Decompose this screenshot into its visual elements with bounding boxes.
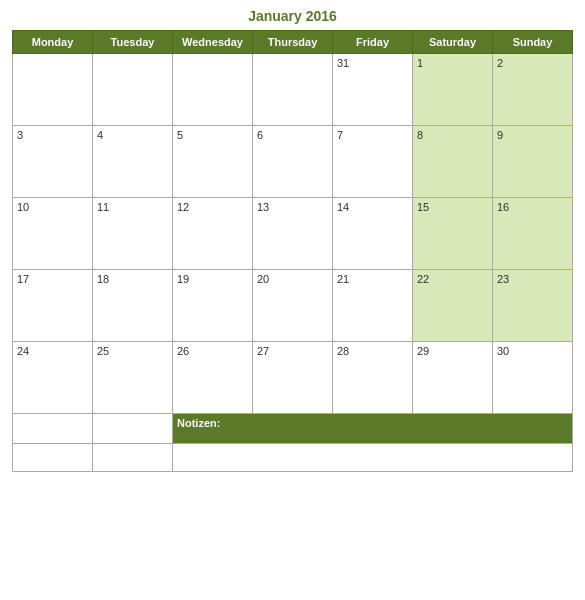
- day-number: 27: [257, 345, 269, 357]
- day-cell: 21: [333, 270, 413, 342]
- day-cell: 15: [413, 198, 493, 270]
- day-number: 7: [337, 129, 343, 141]
- day-cell: [93, 54, 173, 126]
- header-row: MondayTuesdayWednesdayThursdayFridaySatu…: [13, 31, 573, 54]
- day-number: 22: [417, 273, 429, 285]
- day-number: 16: [497, 201, 509, 213]
- day-cell: 8: [413, 126, 493, 198]
- day-number: 30: [497, 345, 509, 357]
- column-header-sunday: Sunday: [493, 31, 573, 54]
- day-cell: 30: [493, 342, 573, 414]
- day-number: 15: [417, 201, 429, 213]
- bottom-row: [13, 444, 573, 472]
- day-cell: 5: [173, 126, 253, 198]
- notes-content-cell[interactable]: [173, 444, 573, 472]
- column-header-wednesday: Wednesday: [173, 31, 253, 54]
- day-cell: [253, 54, 333, 126]
- day-cell: 26: [173, 342, 253, 414]
- day-cell: 7: [333, 126, 413, 198]
- day-number: 8: [417, 129, 423, 141]
- day-cell: 2: [493, 54, 573, 126]
- day-cell: 28: [333, 342, 413, 414]
- column-header-tuesday: Tuesday: [93, 31, 173, 54]
- day-cell: 25: [93, 342, 173, 414]
- column-header-thursday: Thursday: [253, 31, 333, 54]
- day-number: 19: [177, 273, 189, 285]
- day-cell: 31: [333, 54, 413, 126]
- bottom-empty-cell: [93, 444, 173, 472]
- day-number: 4: [97, 129, 103, 141]
- day-number: 5: [177, 129, 183, 141]
- day-cell: [173, 54, 253, 126]
- notes-empty-cell: [93, 414, 173, 444]
- week-row-2: 3456789: [13, 126, 573, 198]
- column-header-monday: Monday: [13, 31, 93, 54]
- notes-empty-cell: [13, 414, 93, 444]
- week-row-4: 17181920212223: [13, 270, 573, 342]
- day-number: 12: [177, 201, 189, 213]
- notes-label-cell: Notizen:: [173, 414, 573, 444]
- day-cell: 20: [253, 270, 333, 342]
- day-number: 14: [337, 201, 349, 213]
- day-cell: 24: [13, 342, 93, 414]
- week-row-5: 24252627282930: [13, 342, 573, 414]
- day-number: 21: [337, 273, 349, 285]
- day-cell: 23: [493, 270, 573, 342]
- day-number: 23: [497, 273, 509, 285]
- day-number: 24: [17, 345, 29, 357]
- day-cell: 1: [413, 54, 493, 126]
- calendar-table: MondayTuesdayWednesdayThursdayFridaySatu…: [12, 30, 573, 472]
- day-cell: 3: [13, 126, 93, 198]
- day-number: 29: [417, 345, 429, 357]
- day-cell: 12: [173, 198, 253, 270]
- day-number: 18: [97, 273, 109, 285]
- day-cell: 4: [93, 126, 173, 198]
- day-number: 31: [337, 57, 349, 69]
- day-cell: 14: [333, 198, 413, 270]
- calendar-wrapper: January 2016 MondayTuesdayWednesdayThurs…: [0, 0, 585, 480]
- week-row-1: 3112: [13, 54, 573, 126]
- day-cell: 13: [253, 198, 333, 270]
- day-cell: 17: [13, 270, 93, 342]
- column-header-friday: Friday: [333, 31, 413, 54]
- day-number: 20: [257, 273, 269, 285]
- day-cell: 10: [13, 198, 93, 270]
- week-row-3: 10111213141516: [13, 198, 573, 270]
- day-cell: 9: [493, 126, 573, 198]
- day-number: 13: [257, 201, 269, 213]
- day-number: 6: [257, 129, 263, 141]
- bottom-empty-cell: [13, 444, 93, 472]
- calendar-title: January 2016: [12, 8, 573, 24]
- day-cell: 6: [253, 126, 333, 198]
- notes-row: Notizen:: [13, 414, 573, 444]
- day-cell: 11: [93, 198, 173, 270]
- day-cell: 18: [93, 270, 173, 342]
- column-header-saturday: Saturday: [413, 31, 493, 54]
- day-cell: 19: [173, 270, 253, 342]
- day-cell: 27: [253, 342, 333, 414]
- day-number: 10: [17, 201, 29, 213]
- day-cell: 22: [413, 270, 493, 342]
- day-number: 25: [97, 345, 109, 357]
- day-number: 1: [417, 57, 423, 69]
- day-number: 3: [17, 129, 23, 141]
- day-number: 28: [337, 345, 349, 357]
- day-number: 2: [497, 57, 503, 69]
- day-number: 26: [177, 345, 189, 357]
- day-number: 17: [17, 273, 29, 285]
- day-number: 11: [97, 201, 109, 213]
- day-cell: 16: [493, 198, 573, 270]
- day-cell: 29: [413, 342, 493, 414]
- day-cell: [13, 54, 93, 126]
- day-number: 9: [497, 129, 503, 141]
